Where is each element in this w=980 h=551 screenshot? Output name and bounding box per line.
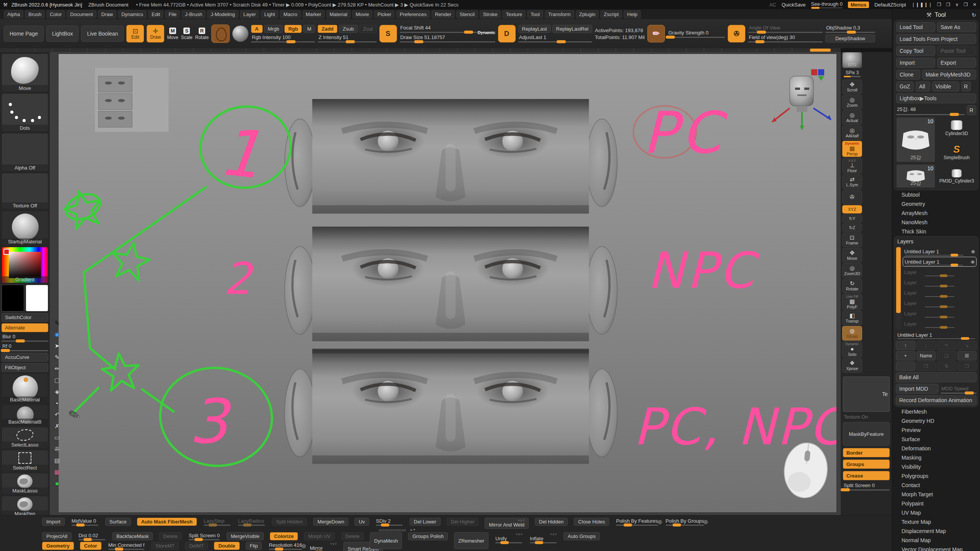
lightbox-tools-button[interactable]: Lightbox▶Tools (896, 93, 976, 103)
goz-button[interactable]: GoZ (896, 82, 914, 91)
tool-section[interactable]: Normal Map (894, 536, 978, 545)
solo-button[interactable]: Dynamic ● Solo (842, 341, 862, 357)
shelf-control[interactable]: Polish By Features (615, 518, 658, 526)
undo-icon[interactable]: ↶ (54, 411, 61, 418)
see-through-slider[interactable]: See-through 0 (811, 1, 843, 8)
restore-configuration-icon[interactable]: ↻ (972, 12, 976, 18)
shelf-control[interactable]: Flip (246, 542, 262, 550)
shelf-control[interactable]: Close Holes (574, 518, 609, 526)
color-picker[interactable]: Gradient (2, 247, 48, 283)
shelf-control[interactable]: Geometry (42, 542, 74, 550)
Layer[interactable]: Layer ◉ (903, 319, 977, 329)
camera-icon[interactable]: ✇ (54, 445, 61, 453)
aahalf-button[interactable]: ◎ AAHalf (842, 126, 862, 140)
menus-button[interactable]: Menus (848, 2, 869, 8)
menu-item[interactable]: Picker (374, 10, 395, 18)
paste-tool-button[interactable]: Paste Tool (937, 46, 976, 56)
menu-item[interactable]: J-Modeling (207, 10, 238, 18)
shelf-control[interactable]: MergeVisible (227, 532, 264, 540)
green-swatch[interactable]: ■ (54, 480, 61, 487)
layout-left-icon[interactable]: ❐ (937, 2, 942, 7)
layout-right-icon[interactable]: ❒ (946, 2, 951, 7)
fill-object-button[interactable]: FillObject (2, 363, 48, 372)
layer-action-button[interactable]: ❏ (937, 351, 956, 360)
menu-item[interactable]: Material (326, 10, 351, 18)
layer-action-button[interactable]: ⇅ (937, 362, 956, 371)
menu-item[interactable]: Brush (25, 10, 45, 18)
move-view-button[interactable]: ✥ Move (842, 248, 862, 262)
layer-action-button[interactable]: ↘ (957, 341, 977, 350)
second-tool-thumbnail[interactable]: 10 25강 (896, 164, 935, 188)
shelf-control[interactable]: Auto Mask FiberMesh (137, 518, 197, 526)
shelf-control[interactable]: Uv (354, 518, 369, 526)
mask-lasso-tile[interactable]: MaskLasso (2, 473, 48, 494)
basic-material-b-tile[interactable]: BasicMaterialB (2, 405, 48, 425)
shelf-control[interactable]: Surface (105, 518, 131, 526)
shelf-control[interactable]: x y z Mirror (309, 542, 337, 551)
layer-action-button[interactable]: + (896, 351, 915, 360)
zadd-toggle[interactable]: Zadd (318, 25, 337, 33)
layer-action-button[interactable]: Name (916, 351, 936, 360)
shelf-control[interactable]: Color (80, 542, 101, 550)
load-tool-button[interactable]: Load Tool (896, 22, 935, 32)
save-as-button[interactable]: Save As (937, 22, 976, 32)
shelf-control[interactable]: SDiv 2 (375, 518, 403, 526)
layer-action-button[interactable]: ↓ (916, 341, 936, 350)
goz-all-button[interactable]: All (916, 82, 930, 91)
obj-shadow-slider[interactable]: ObjShadow 0.3 (825, 25, 875, 33)
draw-button[interactable]: ✛ Draw (147, 25, 164, 42)
shelf-control[interactable]: ProjectAll (42, 532, 72, 540)
dynamic-size-button[interactable]: D (498, 25, 516, 42)
scale-button[interactable]: S Scale (181, 28, 193, 40)
camera-lock-button[interactable]: ✇ (842, 190, 862, 204)
home-page-button[interactable]: Home Page (4, 26, 44, 42)
menu-item[interactable]: Document (67, 10, 96, 18)
make-polymesh3d-button[interactable]: Make PolyMesh3D (922, 70, 976, 80)
texture-tile[interactable]: Texture Off (2, 173, 48, 209)
tool-section[interactable]: Visibility (894, 462, 978, 471)
quicksave-button[interactable]: QuickSave (782, 2, 806, 8)
eraser-icon[interactable]: ◈ (54, 388, 61, 395)
shelf-control[interactable]: Import (42, 518, 65, 526)
basic-material-tile[interactable]: BasicMaterial (2, 373, 48, 403)
menu-item[interactable]: Edit (148, 10, 163, 18)
frame-button[interactable]: ⊡ Frame (842, 233, 862, 247)
mask-pen-tile[interactable]: MaskPen (2, 496, 48, 515)
shelf-control[interactable]: Split Hidden (272, 518, 307, 526)
shelf-control[interactable]: x y z Mirror And Weld (485, 518, 529, 529)
pen-icon[interactable]: ✎ (54, 354, 61, 361)
menu-item[interactable]: Color (46, 10, 65, 18)
Layer[interactable]: Layer ◉ (903, 298, 977, 308)
shelf-control[interactable]: StoreMT (151, 542, 179, 550)
persp-button[interactable]: Dynamic ▦ Persp (842, 141, 862, 157)
tool-section[interactable]: Geometry (894, 199, 978, 209)
field-of-view-slider[interactable]: Field of view(deg) 30 (748, 34, 823, 42)
zoom3d-button[interactable]: ◎ Zoom3D (842, 263, 862, 278)
restore-button[interactable]: ❐ (964, 2, 968, 7)
tool-section[interactable]: Masking (894, 453, 978, 462)
clipboard-icon[interactable]: ▤ (54, 457, 61, 464)
menu-item[interactable]: Texture (502, 10, 526, 18)
tool-section[interactable]: FiberMesh (894, 407, 978, 416)
tool-r-button[interactable]: R (967, 105, 976, 115)
zoom-button[interactable]: ◎ Zoom (842, 95, 862, 109)
adjust-last-slider[interactable]: AdjustLast 1 (518, 34, 593, 42)
deep-shadow-button[interactable]: DeepShadow (825, 34, 875, 42)
export-button[interactable]: Export (937, 58, 976, 68)
minimize-button[interactable]: ∨ (955, 2, 959, 7)
transparency-button[interactable]: ◧ Transp (842, 311, 862, 325)
replay-last-rel-button[interactable]: ReplayLastRel (552, 25, 593, 33)
layer-action-button[interactable]: ↑ (896, 341, 915, 350)
Untitled Layer 1[interactable]: Untitled Layer 1 ◉ (903, 257, 977, 267)
gravity-strength-slider[interactable]: Gravity Strength 0 (668, 30, 725, 38)
current-brush-preview[interactable] (211, 24, 230, 43)
eye-icon[interactable]: ◉ (54, 331, 61, 338)
Layer[interactable]: Layer ◉ (903, 267, 977, 277)
close-button[interactable]: ✕ (973, 2, 977, 7)
menu-item[interactable]: Stencil (456, 10, 478, 18)
dot-icon[interactable]: • (54, 399, 61, 407)
sculpt-model-top[interactable] (285, 99, 617, 214)
copy-tool-button[interactable]: Copy Tool (896, 46, 935, 56)
tool-item-cylinder3d[interactable]: Cylinder3D (937, 117, 976, 139)
Layer[interactable]: Layer ◉ (903, 288, 977, 298)
